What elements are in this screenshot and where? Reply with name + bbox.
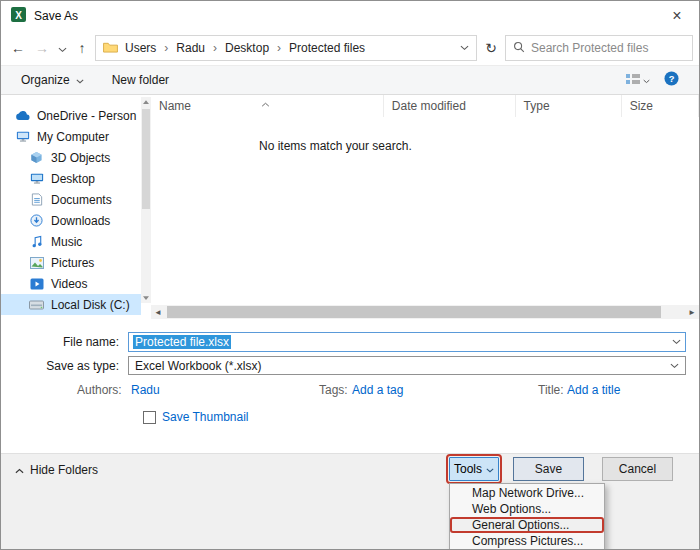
sidebar-item-desktop[interactable]: Desktop [1,168,141,189]
save-thumbnail-label: Save Thumbnail [162,410,249,424]
cancel-button[interactable]: Cancel [602,457,673,481]
scroll-up-icon[interactable] [141,97,151,107]
sidebar-item-my-computer[interactable]: My Computer [1,126,141,147]
save-thumbnail-checkbox[interactable] [143,411,156,424]
refresh-icon[interactable]: ↻ [479,36,503,60]
add-tag-link[interactable]: Add a tag [352,383,403,397]
close-icon[interactable]: × [665,4,689,28]
window-title: Save As [34,9,78,23]
breadcrumb-item-protected-files[interactable]: Protected files [289,41,365,55]
cloud-icon [15,110,30,121]
scroll-right-icon[interactable]: ► [685,308,699,317]
sidebar-scrollbar[interactable] [141,97,151,303]
scrollbar-track[interactable] [165,305,685,319]
address-dropdown-chevron-icon[interactable] [460,45,469,51]
menu-item-web-options[interactable]: Web Options... [450,501,604,517]
music-icon [29,235,44,248]
hide-folders-label: Hide Folders [30,463,98,477]
computer-icon [15,130,30,143]
sidebar-item-music[interactable]: Music [1,231,141,252]
sidebar-item-label: 3D Objects [51,151,110,165]
sidebar-item-label: Music [51,235,82,249]
file-list: NameDate modifiedTypeSize No items match… [151,95,699,319]
new-folder-button[interactable]: New folder [112,73,169,87]
sidebar-item-label: Local Disk (C:) [51,298,130,312]
breadcrumb-item-radu[interactable]: Radu [176,41,205,55]
file-name-input[interactable]: Protected file.xlsx [128,332,686,352]
breadcrumb-item-desktop[interactable]: Desktop [225,41,269,55]
scrollbar-thumb[interactable] [167,306,661,318]
forward-button[interactable]: → [31,36,53,60]
organize-button[interactable]: Organize [21,73,84,87]
column-header-type[interactable]: Type [516,95,622,117]
menu-item-map-network-drive[interactable]: Map Network Drive... [450,485,604,501]
sidebar-item-onedrive-person[interactable]: OneDrive - Person [1,105,141,126]
horizontal-scrollbar[interactable]: ◄ ► [151,305,699,319]
chevron-down-icon [76,73,84,87]
navigation-bar: ← → ↑ Users›Radu›Desktop›Protected files… [1,31,699,65]
sidebar-item-label: Documents [51,193,112,207]
menu-item-general-options[interactable]: General Options... [450,517,604,533]
list-view-icon [626,73,640,88]
sidebar-item-pictures[interactable]: Pictures [1,252,141,273]
sidebar-item-videos[interactable]: Videos [1,273,141,294]
svg-text:X: X [15,10,22,21]
breadcrumb: Users›Radu›Desktop›Protected files [125,41,453,55]
sidebar-item-downloads[interactable]: Downloads [1,210,141,231]
menu-item-compress-pictures[interactable]: Compress Pictures... [450,533,604,549]
address-bar[interactable]: Users›Radu›Desktop›Protected files [95,35,477,61]
authors-value-link[interactable]: Radu [131,383,160,397]
column-headers: NameDate modifiedTypeSize [151,95,699,117]
save-as-type-select[interactable]: Excel Workbook (*.xlsx) [128,356,686,375]
sidebar-item-label: OneDrive - Person [37,109,136,123]
scroll-left-icon[interactable]: ◄ [151,308,165,317]
breadcrumb-separator-icon: › [164,41,168,55]
desktop-icon [29,172,44,185]
help-icon[interactable]: ? [664,71,679,89]
command-bar: Organize New folder ? [1,65,699,95]
main-area: OneDrive - PersonMy Computer3D ObjectsDe… [1,95,699,319]
breadcrumb-item-users[interactable]: Users [125,41,156,55]
empty-message: No items match your search. [259,139,412,153]
hide-folders-button[interactable]: Hide Folders [15,463,98,477]
sidebar-item-documents[interactable]: Documents [1,189,141,210]
up-button[interactable]: ↑ [71,36,93,60]
file-name-dropdown-chevron-icon[interactable] [672,339,681,345]
organize-label: Organize [21,73,70,87]
fields-area: File name: Protected file.xlsx Save as t… [1,319,699,453]
breadcrumb-separator-icon: › [277,41,281,55]
sort-ascending-icon[interactable] [261,96,270,110]
recent-locations-chevron-icon[interactable] [55,43,69,53]
column-header-size[interactable]: Size [622,95,699,117]
title-bar: X Save As × [1,1,699,31]
add-title-link[interactable]: Add a title [567,383,620,397]
sidebar-item-label: Videos [51,277,87,291]
folder-icon [103,41,118,56]
chevron-down-icon [643,73,650,87]
save-as-type-chevron-icon [670,363,679,369]
back-button[interactable]: ← [7,36,29,60]
sidebar-item-label: Desktop [51,172,95,186]
document-icon [29,193,44,206]
chevron-up-icon [15,463,24,477]
save-as-type-value: Excel Workbook (*.xlsx) [135,359,261,373]
picture-icon [29,257,44,269]
sidebar-item-3d-objects[interactable]: 3D Objects [1,147,141,168]
tools-menu: Map Network Drive...Web Options...Genera… [449,483,605,550]
breadcrumb-separator-icon: › [213,41,217,55]
scrollbar-thumb[interactable] [142,109,150,209]
svg-text:?: ? [669,74,675,84]
file-name-value: Protected file.xlsx [133,335,231,349]
column-header-date-modified[interactable]: Date modified [384,95,516,117]
sidebar-item-label: My Computer [37,130,109,144]
video-icon [29,278,44,290]
tools-button[interactable]: Tools [449,457,499,481]
search-icon [513,41,525,56]
sidebar-item-label: Pictures [51,256,94,270]
view-options-button[interactable] [626,73,650,88]
save-button[interactable]: Save [513,457,584,481]
search-box [505,35,693,61]
scroll-down-icon[interactable] [141,293,151,303]
search-input[interactable] [531,41,685,55]
sidebar-item-local-disk-c[interactable]: Local Disk (C:) [1,294,141,315]
